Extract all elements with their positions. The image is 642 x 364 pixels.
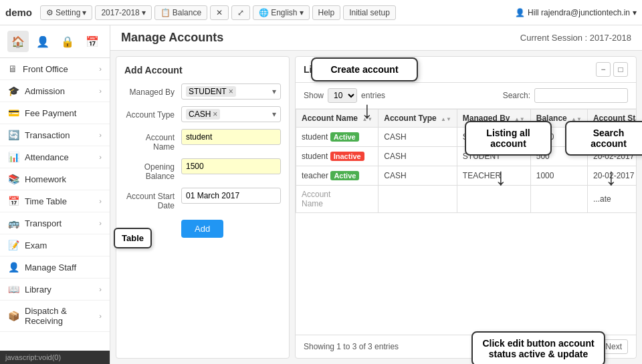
chevron-down-icon: ▾ [300,8,304,17]
managed-by-tag: STUDENT × [186,86,236,97]
list-accounts-panel: List all Accounts − □ Show 10 25 50 [295,56,637,359]
sidebar-item-dispatch[interactable]: 📦 Dispatch & Receiving › [0,301,110,332]
cell-account-name: teacher Active [296,166,379,186]
sidebar-item-attendance[interactable]: 📊 Attendance › [0,146,110,168]
table-row: teacher Active CASH TEACHER 1000 20-02-2… [296,166,637,186]
page-1-btn[interactable]: 1 [582,339,599,354]
col-start-date[interactable]: Account Start Date ▲▼ [587,110,636,128]
monitor-icon: 🖥 [8,63,17,74]
chevron-right-icon: › [99,87,102,95]
chevron-right-icon: › [99,285,102,293]
status-badge: Active [330,132,359,142]
chevron-down-icon: ▾ [633,8,637,17]
opening-balance-input[interactable] [181,158,281,174]
year-menu[interactable]: 2017-2018 ▾ [95,5,151,20]
cell-managed-by: STUDENT [457,147,530,166]
account-type-tag: CASH × [186,109,220,120]
help-btn[interactable]: Help [312,5,341,20]
content-body: Add Account Managed By STUDENT × ▾ [110,51,642,364]
chevron-right-icon: › [99,312,102,320]
balance-btn[interactable]: 📋 Balance [154,5,207,20]
sidebar-item-transaction[interactable]: 🔄 Transaction › [0,124,110,146]
sidebar-home-icon[interactable]: 🏠 [7,31,29,52]
showing-text: Showing 1 to 3 of 3 entries [304,342,399,351]
create-account-arrow: ↓ [361,96,373,124]
table-container: Account Name ▲▼ Account Type ▲▼ Managed … [296,109,636,335]
sidebar-item-homework[interactable]: 📚 Homework [0,168,110,190]
cell-account-name: student Inactive [296,147,379,166]
expand-btn[interactable]: ⤢ [231,5,250,20]
sidebar-item-exam[interactable]: 📝 Exam [0,234,110,256]
dispatch-icon: 📦 [8,311,19,321]
sidebar-item-front-office[interactable]: 🖥 Front Office › [0,58,110,80]
table-row: student Active CASH STUDENT 1400 21-02-2… [296,128,637,147]
setting-menu[interactable]: ⚙ Setting ▾ [40,5,92,20]
sidebar-item-transport[interactable]: 🚌 Transport › [0,212,110,234]
managed-by-arrow[interactable]: ▾ [272,87,276,96]
cell-bal-partial [530,186,587,213]
pagination: Previous 1 Next [537,339,628,354]
prev-page-btn[interactable]: Previous [537,339,580,354]
account-name-input[interactable] [181,129,281,145]
next-page-btn[interactable]: Next [599,339,628,354]
sidebar-item-time-table[interactable]: 📅 Time Table › [0,190,110,212]
start-date-row: Account Start Date [124,188,281,210]
col-balance[interactable]: Balance ▲▼ [530,110,587,128]
exam-icon: 📝 [8,240,19,250]
sidebar-item-manage-staff[interactable]: 👤 Manage Staff [0,256,110,279]
content-area: Manage Accounts Current Session : 2017-2… [110,25,642,364]
account-type-select[interactable]: CASH × ▾ [181,106,281,122]
sidebar-item-admission[interactable]: 🎓 Admission › [0,80,110,102]
sidebar-item-fee-payment[interactable]: 💳 Fee Payment [0,102,110,124]
sort-icons: ▲▼ [514,116,525,122]
chart-icon: 📊 [8,152,19,162]
account-type-arrow[interactable]: ▾ [272,110,276,119]
managed-by-remove[interactable]: × [229,87,233,96]
start-date-label: Account Start Date [124,188,181,210]
account-type-remove[interactable]: × [213,110,217,119]
initial-setup-btn[interactable]: Initial setup [343,5,396,20]
graduation-icon: 🎓 [8,85,19,96]
cell-managed-by: TEACHER [457,166,530,186]
sidebar-item-library[interactable]: 📖 Library › [0,279,110,301]
chevron-right-icon: › [99,219,102,227]
accounts-table: Account Name ▲▼ Account Type ▲▼ Managed … [296,109,636,213]
entries-select[interactable]: 10 25 50 [328,88,357,103]
search-input[interactable] [534,88,628,103]
table-label: Table [114,228,152,248]
cell-account-name-partial: AccountName [296,186,379,213]
col-managed-by[interactable]: Managed By ▲▼ [457,110,530,128]
cell-balance: 500 [530,147,587,166]
page-header: Manage Accounts Current Session : 2017-2… [110,25,642,51]
english-menu[interactable]: 🌐 English ▾ [253,5,309,20]
opening-balance-label: Opening Balance [124,158,181,181]
account-name-label: Account Name [124,129,181,152]
chevron-right-icon: › [99,65,102,73]
list-panel-header: List all Accounts − □ [296,57,636,83]
user-menu[interactable]: 👤 Hill rajendra@junctiontech.in ▾ [515,8,637,17]
sidebar-person-icon[interactable]: 👤 [32,31,54,52]
transaction-icon: 🔄 [8,130,19,140]
opening-balance-row: Opening Balance [124,158,281,181]
search-account-arrow: ↓ [605,163,617,191]
add-account-panel: Add Account Managed By STUDENT × ▾ [116,56,290,359]
minimize-btn[interactable]: − [596,62,611,77]
timetable-icon: 📅 [8,196,19,206]
cell-managed-partial [457,186,530,213]
col-account-type[interactable]: Account Type ▲▼ [379,110,457,128]
staff-icon: 👤 [8,262,19,272]
chevron-right-icon: › [99,153,102,161]
cell-account-type: CASH [379,166,457,186]
sidebar-calendar-icon[interactable]: 📅 [82,31,103,52]
expand-icon: ⤢ [237,8,244,17]
start-date-input[interactable] [181,188,281,204]
add-button[interactable]: Add [181,220,223,238]
sidebar-lock-icon[interactable]: 🔒 [57,31,78,52]
expand-panel-btn[interactable]: □ [613,62,628,77]
close-btn[interactable]: ✕ [210,5,229,20]
status-bar: javascript:void(0) [0,351,110,364]
bus-icon: 🚌 [8,218,19,228]
opening-balance-control [181,158,281,174]
list-panel-title: List all Accounts [304,64,379,75]
managed-by-select[interactable]: STUDENT × ▾ [181,83,281,100]
